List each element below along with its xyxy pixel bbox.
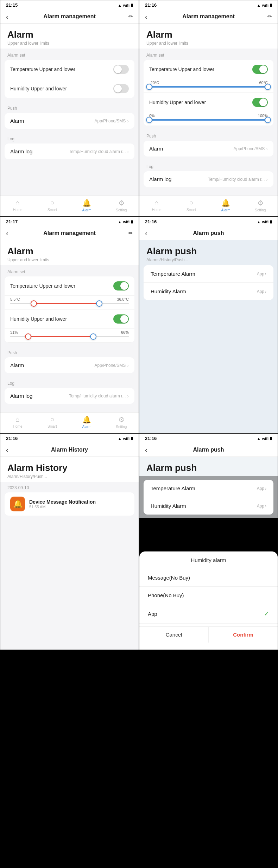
tab-alarm-1[interactable]: 🔔 Alarm bbox=[70, 199, 104, 212]
humidity-toggle-1[interactable] bbox=[113, 84, 129, 93]
humidity-toggle-2[interactable] bbox=[252, 98, 268, 107]
tab-setting-2[interactable]: ⚙ Setting bbox=[243, 199, 278, 212]
alarm-push-row-3[interactable]: Alarm App/Phone/SMS › bbox=[5, 357, 134, 373]
wifi-icon-3: wifi bbox=[123, 220, 129, 224]
page-subtitle-3: Upper and lower limits bbox=[7, 257, 132, 262]
home-label-3: Home bbox=[13, 425, 23, 428]
screen-content-5: Alarm History Alarm/History/Push... 2023… bbox=[0, 457, 139, 540]
humidity-alarm-push-4[interactable]: Humidity Alarm App › bbox=[144, 283, 273, 300]
back-button-5[interactable]: ‹ bbox=[6, 446, 8, 454]
back-button-6[interactable]: ‹ bbox=[145, 446, 147, 454]
tab-bar-2: ⌂ Home ○ Smart 🔔 Alarm ⚙ Setting bbox=[139, 196, 278, 216]
tab-smart-2[interactable]: ○ Smart bbox=[174, 199, 208, 212]
log-label-1: Log bbox=[0, 132, 139, 143]
signal-icon-5: ▲ bbox=[118, 436, 122, 441]
alarm-log-row-2[interactable]: Alarm log Temp/Humidity cloud alarm r...… bbox=[144, 171, 273, 187]
notif-title-5: Device Message Notification bbox=[29, 499, 129, 505]
alarm-push-card-4: Temperature Alarm App › Humidity Alarm A… bbox=[144, 265, 273, 300]
humidity-slider-track-2[interactable] bbox=[149, 119, 268, 121]
page-title-4: Alarm push bbox=[146, 246, 271, 257]
sheet-item-app-6[interactable]: App ✓ bbox=[139, 604, 278, 624]
tab-smart-3[interactable]: ○ Smart bbox=[35, 415, 69, 429]
tab-setting-3[interactable]: ⚙ Setting bbox=[104, 415, 139, 429]
tab-home-1[interactable]: ⌂ Home bbox=[0, 199, 35, 212]
humidity-alarm-push-value-4: App › bbox=[257, 289, 266, 294]
temp-alarm-row-3: Temperature Upper and lower bbox=[5, 276, 134, 296]
status-time-4: 21:16 bbox=[145, 219, 157, 224]
alarm-push-row-2[interactable]: Alarm App/Phone/SMS › bbox=[144, 141, 273, 157]
push-item-label-1: Alarm bbox=[10, 118, 24, 124]
notif-icon-5: 🔔 bbox=[10, 497, 25, 511]
smart-label-1: Smart bbox=[48, 208, 57, 212]
signal-icon-3: ▲ bbox=[118, 220, 122, 224]
edit-button-2[interactable]: ✏ bbox=[267, 13, 272, 20]
humidity-toggle-3[interactable] bbox=[113, 314, 129, 324]
temp-slider-track-3[interactable] bbox=[10, 303, 129, 304]
push-item-label-2: Alarm bbox=[149, 146, 163, 152]
temp-slider-track-2[interactable] bbox=[149, 86, 268, 88]
alarm-label-1: Alarm bbox=[82, 208, 91, 212]
alarm-icon-3: 🔔 bbox=[82, 415, 91, 424]
humidity-alarm-push-label-4: Humidity Alarm bbox=[151, 288, 186, 294]
page-title-3: Alarm bbox=[7, 246, 132, 257]
status-bar-5: 21:16 ▲ wifi ▮ bbox=[0, 434, 139, 443]
back-button-2[interactable]: ‹ bbox=[145, 13, 147, 21]
alarm-set-label-1: Alarm set bbox=[0, 49, 139, 60]
nav-title-4: Alarm push bbox=[193, 230, 224, 236]
signal-icon-2: ▲ bbox=[257, 3, 261, 7]
page-title-area-2: Alarm Upper and lower limits bbox=[139, 24, 278, 49]
tab-bar-1: ⌂ Home ○ Smart 🔔 Alarm ⚙ Setting bbox=[0, 196, 139, 216]
tab-smart-1[interactable]: ○ Smart bbox=[35, 199, 69, 212]
push-item-value-2: App/Phone/SMS › bbox=[234, 146, 268, 152]
alarm-log-row-3[interactable]: Alarm log Temp/Humidity cloud alarm r...… bbox=[5, 388, 134, 404]
humidity-alarm-push-6[interactable]: Humidity Alarm App › bbox=[144, 497, 273, 515]
alarm-push-row-1[interactable]: Alarm App/Phone/SMS › bbox=[5, 113, 134, 129]
nav-bar-4: ‹ Alarm push bbox=[139, 226, 278, 240]
sheet-confirm-6[interactable]: Confirm bbox=[209, 627, 278, 643]
screen-6: 21:16 ▲ wifi ▮ ‹ Alarm push Alarm push T… bbox=[139, 433, 278, 650]
edit-button-1[interactable]: ✏ bbox=[128, 13, 133, 20]
humidity-alarm-row-2: Humidity Upper and lower bbox=[144, 93, 273, 112]
wifi-icon: wifi bbox=[123, 3, 129, 7]
temp-toggle-2[interactable] bbox=[252, 65, 268, 74]
page-title-6: Alarm push bbox=[146, 462, 271, 473]
sheet-item-phone-6[interactable]: Phone(No Buy) bbox=[139, 587, 278, 604]
setting-icon-1: ⚙ bbox=[118, 199, 125, 207]
tab-home-2[interactable]: ⌂ Home bbox=[139, 199, 174, 212]
back-button-4[interactable]: ‹ bbox=[145, 229, 147, 237]
edit-button-3[interactable]: ✏ bbox=[128, 230, 133, 236]
temp-alarm-push-4[interactable]: Temperature Alarm App › bbox=[144, 265, 273, 283]
humidity-slider-track-3[interactable] bbox=[10, 336, 129, 337]
alarm-label-3: Alarm bbox=[82, 425, 91, 429]
smart-icon-2: ○ bbox=[189, 199, 193, 207]
alarm-log-row-1[interactable]: Alarm log Temp/Humidity cloud alarm r...… bbox=[5, 143, 134, 159]
temp-alarm-push-6[interactable]: Temperature Alarm App › bbox=[144, 480, 273, 497]
temp-toggle-1[interactable] bbox=[113, 65, 129, 74]
alarm-set-label-2: Alarm set bbox=[139, 49, 278, 60]
temp-toggle-3[interactable] bbox=[113, 281, 129, 291]
sheet-item-message-6[interactable]: Message(No Buy) bbox=[139, 569, 278, 587]
tab-setting-1[interactable]: ⚙ Setting bbox=[104, 199, 139, 212]
smart-icon-1: ○ bbox=[50, 199, 54, 207]
battery-icon-5: ▮ bbox=[131, 436, 133, 441]
battery-icon-2: ▮ bbox=[270, 3, 272, 7]
tab-home-3[interactable]: ⌂ Home bbox=[0, 415, 35, 429]
setting-label-2: Setting bbox=[255, 208, 266, 212]
sheet-title-6: Humidity alarm bbox=[139, 551, 278, 569]
temp-alarm-push-label-4: Temperature Alarm bbox=[151, 271, 195, 277]
push-item-label-3: Alarm bbox=[10, 362, 24, 368]
back-button-1[interactable]: ‹ bbox=[6, 13, 8, 21]
back-button-3[interactable]: ‹ bbox=[6, 229, 8, 237]
tab-alarm-2[interactable]: 🔔 Alarm bbox=[209, 199, 243, 212]
home-label-1: Home bbox=[13, 208, 23, 212]
push-chevron-3: › bbox=[127, 363, 129, 368]
screen-1: 21:15 ▲ wifi ▮ ‹ Alarm management ✏ Alar… bbox=[0, 0, 139, 217]
notification-item-5[interactable]: 🔔 Device Message Notification 51:55 AM bbox=[5, 492, 134, 516]
humidity-push-chevron-4: › bbox=[265, 289, 266, 294]
tab-alarm-3[interactable]: 🔔 Alarm bbox=[70, 415, 104, 429]
status-bar-6: 21:16 ▲ wifi ▮ bbox=[139, 434, 278, 443]
log-item-value-3: Temp/Humidity cloud alarm r... › bbox=[69, 393, 129, 399]
battery-icon-3: ▮ bbox=[131, 219, 133, 224]
setting-label-1: Setting bbox=[116, 208, 127, 212]
sheet-cancel-6[interactable]: Cancel bbox=[139, 627, 208, 643]
